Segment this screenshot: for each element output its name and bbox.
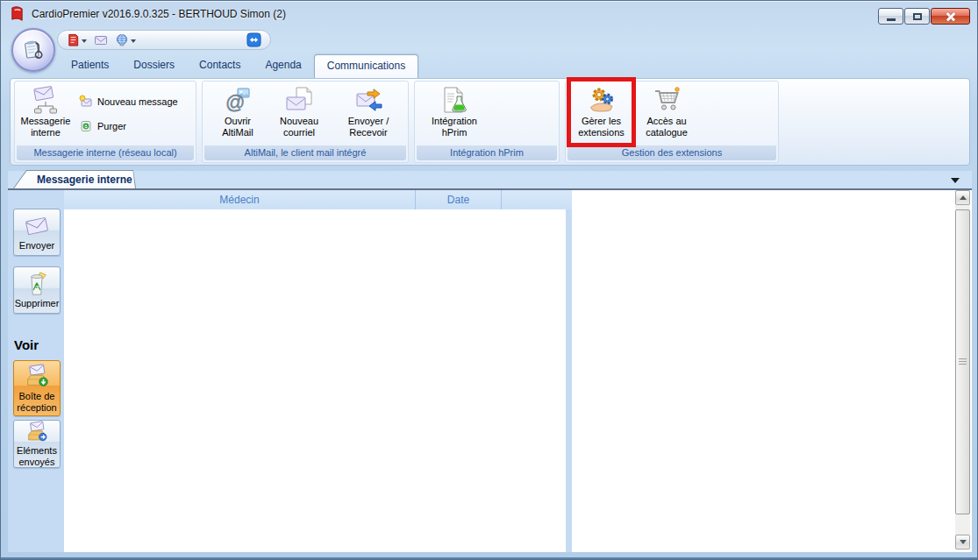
network-mail-icon [32, 86, 60, 114]
group-label: Messagerie interne (réseau local) [17, 145, 194, 160]
messagerie-interne-button[interactable]: Messagerie interne [17, 83, 75, 145]
dropdown-caret-icon[interactable] [131, 39, 136, 43]
voir-section-title: Voir [14, 337, 39, 352]
vertical-scrollbar[interactable] [955, 190, 970, 549]
column-header-extra[interactable] [501, 190, 572, 209]
arrow-down-icon [960, 540, 967, 544]
inbox-icon [23, 364, 51, 390]
mail-quick-button[interactable] [92, 32, 110, 48]
clipboard-stethoscope-icon [22, 39, 46, 62]
message-list-header: Médecin Date [64, 190, 572, 209]
tab-patients[interactable]: Patients [59, 53, 121, 78]
group-label: Gestion des extensions [568, 145, 776, 160]
tab-dossiers[interactable]: Dossiers [121, 53, 187, 78]
tab-contacts[interactable]: Contacts [187, 53, 253, 78]
document-tab-bar: Messagerie interne [8, 171, 972, 190]
message-sidebar: Envoyer Supprimer Voir [8, 190, 64, 552]
group-label: Intégration hPrim [417, 145, 557, 160]
altimail-at-icon: @ [224, 86, 252, 114]
group-gestion-extensions: Gèrer les extensions Accès au catalogue [565, 81, 779, 163]
ouvrir-altimail-button[interactable]: @ Ouvrir AltiMail [209, 83, 267, 145]
web-quick-button[interactable] [113, 32, 138, 48]
supprimer-button[interactable]: Supprimer [13, 266, 61, 314]
catalogue-cart-icon [653, 86, 681, 114]
column-header-medecin[interactable]: Médecin [64, 190, 415, 209]
app-logo-icon [10, 6, 25, 23]
remote-support-button[interactable] [245, 32, 263, 48]
minimize-button[interactable] [878, 8, 903, 25]
envelope-icon [94, 33, 108, 47]
group-integration-hprim: Intégration hPrim Intégration hPrim [414, 81, 560, 163]
group-label: AltiMail, le client mail intégré [204, 145, 406, 160]
title-bar: CardioPremier v2016.9.0.325 - BERTHOUD S… [1, 1, 978, 27]
message-preview-panel [572, 190, 972, 552]
panel-divider [566, 209, 572, 552]
send-envelope-icon [23, 213, 51, 239]
new-message-icon [79, 95, 93, 109]
close-button[interactable] [931, 8, 970, 25]
envoyer-button[interactable]: Envoyer [13, 209, 61, 256]
window-title: CardioPremier v2016.9.0.325 - BERTHOUD S… [32, 8, 286, 20]
prescription-quick-button[interactable] [65, 32, 89, 47]
new-email-icon [285, 86, 313, 114]
nouveau-courriel-button[interactable]: Nouveau courriel [270, 83, 328, 145]
tab-communications[interactable]: Communications [314, 54, 418, 78]
globe-icon [115, 33, 129, 47]
delete-trash-icon [24, 271, 50, 297]
minimize-icon [887, 18, 896, 21]
scroll-up-button[interactable] [955, 190, 970, 205]
maximize-button[interactable] [904, 8, 930, 25]
tab-messagerie-interne[interactable]: Messagerie interne [13, 170, 136, 188]
group-altimail: @ Ouvrir AltiMail Nouveau courriel [202, 81, 409, 163]
sent-items-icon [24, 421, 50, 444]
purge-icon [79, 119, 93, 133]
integration-hprim-button[interactable]: Intégration hPrim [424, 83, 485, 145]
application-menu-button[interactable] [11, 28, 55, 72]
ribbon: Messagerie interne Nouveau message [10, 78, 970, 166]
scroll-down-button[interactable] [955, 535, 970, 549]
scrollbar-thumb[interactable] [955, 209, 970, 514]
nouveau-message-button[interactable]: Nouveau message [79, 95, 178, 109]
prescription-icon [67, 33, 80, 46]
svg-text:@: @ [225, 91, 245, 113]
message-list-body[interactable] [64, 209, 566, 552]
teamviewer-icon [246, 32, 261, 47]
quick-access-toolbar [57, 30, 271, 50]
catalogue-access-button[interactable]: Accès au catalogue [635, 83, 698, 145]
ribbon-tab-bar: Patients Dossiers Contacts Agenda Commun… [8, 53, 972, 78]
send-receive-icon [354, 86, 382, 114]
dropdown-caret-icon[interactable] [82, 39, 87, 43]
tab-list-dropdown-icon[interactable] [951, 178, 960, 183]
maximize-icon [913, 13, 922, 20]
hprim-flask-icon [440, 86, 468, 114]
grip-icon [959, 358, 967, 366]
manage-extensions-icon [588, 86, 616, 114]
boite-de-reception-button[interactable]: Boîte de réception [13, 360, 61, 416]
group-messagerie-interne: Messagerie interne Nouveau message [14, 81, 196, 163]
purger-button[interactable]: Purger [79, 119, 178, 133]
column-header-date[interactable]: Date [415, 190, 501, 209]
elements-envoyes-button[interactable]: Eléments envoyés [13, 420, 61, 468]
tab-agenda[interactable]: Agenda [253, 53, 313, 78]
arrow-up-icon [960, 195, 967, 200]
envoyer-recevoir-button[interactable]: Envoyer / Recevoir [335, 83, 402, 145]
app-window: CardioPremier v2016.9.0.325 - BERTHOUD S… [0, 0, 978, 560]
manage-extensions-button[interactable]: Gèrer les extensions [568, 83, 635, 145]
